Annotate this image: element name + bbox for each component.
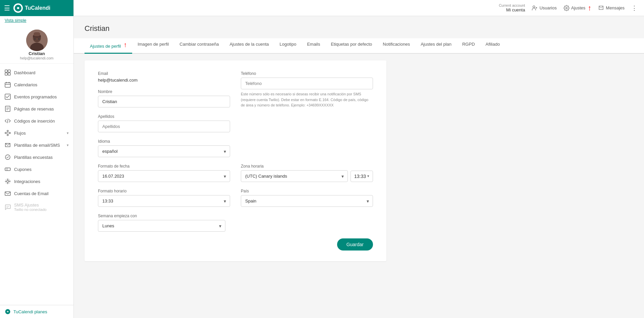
tab-imagen-perfil[interactable]: Imagen de perfil bbox=[132, 38, 174, 54]
save-button[interactable]: Guardar bbox=[337, 238, 373, 251]
pais-select[interactable]: Spain France Germany United Kingdom bbox=[241, 195, 373, 207]
more-options-icon[interactable]: ⋮ bbox=[631, 4, 637, 12]
integrations-icon bbox=[5, 178, 11, 184]
formato-horario-group: Formato horario 13:33 1:33 PM bbox=[98, 189, 230, 207]
sidebar-item-sms-ajustes[interactable]: SMS Ajustes Twilio no conectado bbox=[0, 199, 73, 215]
current-account-value: Mi cuenta bbox=[506, 7, 525, 12]
pais-group: País Spain France Germany United Kingdom bbox=[241, 189, 373, 207]
svg-point-7 bbox=[38, 38, 40, 40]
apellidos-input[interactable] bbox=[98, 121, 230, 132]
sidebar-item-paginas[interactable]: Páginas de reservas bbox=[0, 103, 73, 115]
calendar-icon bbox=[5, 82, 11, 88]
mensajes-link[interactable]: Mensajes bbox=[598, 5, 625, 11]
user-profile: Cristian help@tucalendi.com bbox=[0, 25, 73, 64]
sidebar-footer: TuCalendi planes bbox=[0, 305, 73, 318]
tab-etiquetas-defecto[interactable]: Etiquetas por defecto bbox=[325, 38, 377, 54]
plans-label: TuCalendi planes bbox=[13, 309, 47, 314]
vista-simple-link[interactable]: Vista simple bbox=[0, 16, 73, 25]
ajustes-label: Ajustes bbox=[571, 5, 586, 10]
app-name: TuCalendi bbox=[25, 5, 50, 11]
tab-notificaciones[interactable]: Notificaciones bbox=[377, 38, 415, 54]
telefono-help: Este número sólo es necesario si deseas … bbox=[241, 91, 373, 108]
form-left-col: Email help@tucalendi.com Nombre Apellido… bbox=[98, 71, 230, 164]
ajustes-link[interactable]: Ajustes ↑ bbox=[564, 4, 592, 12]
tab-rgpd[interactable]: RGPD bbox=[457, 38, 480, 54]
sidebar-item-dashboard[interactable]: Dashboard bbox=[0, 66, 73, 79]
idioma-select-wrapper: español English Français Deutsch bbox=[98, 145, 230, 157]
svg-rect-12 bbox=[8, 73, 10, 75]
tab-ajustes-cuenta[interactable]: Ajustes de la cuenta bbox=[224, 38, 274, 54]
tab-ajustes-plan[interactable]: Ajustes del plan bbox=[415, 38, 457, 54]
ajustes-red-arrow: ↑ bbox=[588, 4, 591, 12]
sidebar-item-cuentas-email[interactable]: Cuentas de Email bbox=[0, 187, 73, 199]
sidebar-item-eventos[interactable]: Eventos programados bbox=[0, 91, 73, 103]
formato-fecha-select-wrapper: 16.07.2023 07/16/2023 2023-07-16 bbox=[98, 170, 230, 182]
nombre-group: Nombre bbox=[98, 89, 230, 107]
topbar: Current account Mi cuenta Usuarios Ajust… bbox=[74, 0, 644, 16]
plantillas-encuestas-label: Plantillas encuestas bbox=[14, 155, 53, 160]
formato-fecha-select[interactable]: 16.07.2023 07/16/2023 2023-07-16 bbox=[98, 170, 230, 182]
formato-horario-select-wrapper: 13:33 1:33 PM bbox=[98, 195, 230, 207]
formato-horario-select[interactable]: 13:33 1:33 PM bbox=[98, 195, 230, 207]
email-label: Email bbox=[98, 71, 230, 76]
codigos-label: Códigos de inserción bbox=[14, 119, 55, 124]
sidebar-item-flujos[interactable]: Flujos ▾ bbox=[0, 127, 73, 139]
tab-logotipo[interactable]: Logotipo bbox=[274, 38, 302, 54]
semana-group: Semana empieza con Lunes Domingo Sábado bbox=[98, 214, 225, 232]
sidebar-item-codigos[interactable]: Códigos de inserción bbox=[0, 115, 73, 127]
sidebar-item-plantillas-encuestas[interactable]: Plantillas encuestas bbox=[0, 151, 73, 163]
tab-notificaciones-label: Notificaciones bbox=[383, 42, 410, 47]
paginas-label: Páginas de reservas bbox=[14, 106, 54, 111]
hamburger-icon[interactable]: ☰ bbox=[4, 4, 10, 12]
tab-afiliado-label: Afiliado bbox=[486, 42, 500, 47]
idioma-group: Idioma español English Français Deutsch bbox=[98, 139, 230, 157]
nombre-input[interactable] bbox=[98, 96, 230, 107]
usuarios-link[interactable]: Usuarios bbox=[532, 5, 556, 11]
plans-link[interactable]: TuCalendi planes bbox=[5, 309, 69, 315]
tab-rgpd-label: RGPD bbox=[462, 42, 475, 47]
sidebar-header: ☰ TuCalendi bbox=[0, 0, 73, 16]
dashboard-label: Dashboard bbox=[14, 70, 36, 75]
semana-select[interactable]: Lunes Domingo Sábado bbox=[98, 220, 225, 232]
svg-point-19 bbox=[9, 132, 10, 134]
pais-label: País bbox=[241, 189, 373, 193]
svg-point-16 bbox=[5, 132, 6, 134]
svg-rect-9 bbox=[5, 70, 7, 72]
page-icon bbox=[5, 106, 11, 112]
logo-icon bbox=[13, 3, 23, 13]
code-icon bbox=[5, 118, 11, 124]
sidebar-item-plantillas-email[interactable]: Plantillas de email/SMS ▾ bbox=[0, 139, 73, 151]
svg-rect-11 bbox=[5, 73, 7, 75]
mail-icon bbox=[5, 190, 11, 196]
zona-horaria-select[interactable]: (UTC) Canary islands (UTC+1) Madrid (UTC… bbox=[241, 170, 348, 182]
svg-point-1 bbox=[17, 7, 19, 9]
grid-icon bbox=[5, 70, 11, 76]
svg-point-18 bbox=[7, 134, 8, 136]
eventos-label: Eventos programados bbox=[14, 94, 57, 99]
sms-ajustes-label: SMS Ajustes bbox=[14, 202, 47, 208]
sidebar-item-calendarios[interactable]: Calendarios bbox=[0, 79, 73, 91]
idioma-label: Idioma bbox=[98, 139, 230, 144]
svg-point-27 bbox=[566, 7, 567, 9]
svg-point-6 bbox=[34, 38, 36, 40]
telefono-input[interactable] bbox=[241, 78, 373, 89]
sidebar-item-cupones[interactable]: Cupones bbox=[0, 163, 73, 175]
flujos-label: Flujos bbox=[14, 131, 26, 136]
email-group: Email help@tucalendi.com bbox=[98, 71, 230, 83]
tab-ajustes-perfil[interactable]: Ajustes de perfil ↑ bbox=[85, 38, 132, 54]
form-row-fecha-zona: Formato de fecha 16.07.2023 07/16/2023 2… bbox=[98, 164, 373, 182]
form-right-col: Teléfono Este número sólo es necesario s… bbox=[241, 71, 373, 164]
tab-cambiar-contrasena[interactable]: Cambiar contraseña bbox=[174, 38, 224, 54]
zona-horaria-row: (UTC) Canary islands (UTC+1) Madrid (UTC… bbox=[241, 170, 373, 182]
tab-cambiar-contrasena-label: Cambiar contraseña bbox=[179, 42, 219, 47]
sidebar-item-integraciones[interactable]: Integraciones bbox=[0, 175, 73, 187]
pais-select-wrapper: Spain France Germany United Kingdom bbox=[241, 195, 373, 207]
idioma-select[interactable]: español English Français Deutsch bbox=[98, 145, 230, 157]
tab-ajustes-plan-label: Ajustes del plan bbox=[421, 42, 451, 47]
plantillas-email-label: Plantillas de email/SMS bbox=[14, 143, 60, 148]
svg-rect-10 bbox=[8, 70, 10, 72]
tab-afiliado[interactable]: Afiliado bbox=[480, 38, 505, 54]
main-content: Current account Mi cuenta Usuarios Ajust… bbox=[74, 0, 644, 318]
tab-emails[interactable]: Emails bbox=[302, 38, 325, 54]
form-card: Email help@tucalendi.com Nombre Apellido… bbox=[85, 60, 386, 261]
